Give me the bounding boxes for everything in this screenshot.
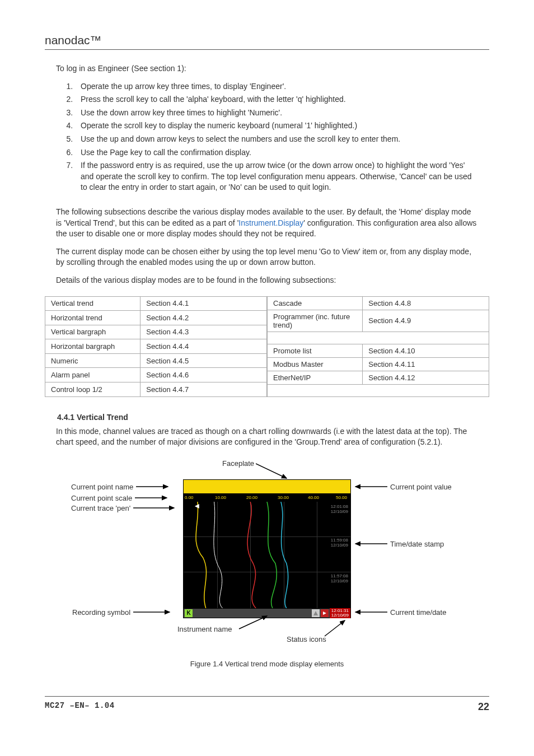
- label-faceplate: Faceplate: [222, 459, 254, 468]
- step-5: Use the up and down arrow keys to select…: [75, 134, 478, 145]
- modes-table-right: CascadeSection 4.4.8 Programmer (inc. fu…: [267, 296, 489, 397]
- section-heading-4-4-1: 4.4.1 Vertical Trend: [57, 413, 489, 422]
- table-row: Control loop 1/2Section 4.4.7: [45, 382, 267, 396]
- table-row: Vertical trendSection 4.4.1: [45, 296, 267, 311]
- timestamp-1: 11:59:08 12/10/09: [331, 538, 348, 548]
- footer-doc-id: MC27 –EN– 1.04: [45, 701, 115, 713]
- para-display-modes-3: Details of the various display modes are…: [56, 275, 478, 286]
- table-row: Promote listSection 4.4.10: [268, 344, 489, 357]
- callout-recording-symbol: Recording symbol: [72, 608, 183, 617]
- svg-line-9: [325, 620, 345, 636]
- table-row: Programmer (inc. future trend)Section 4.…: [268, 310, 489, 332]
- callout-current-trace-pen: Current trace 'pen': [71, 504, 189, 512]
- step-6: Use the Page key to call the confirmatio…: [75, 147, 478, 158]
- table-row: Alarm panelSection 4.4.6: [45, 368, 267, 382]
- para-display-modes-1: The following subsections describe the v…: [56, 207, 478, 240]
- callout-current-point-value: Current point value: [351, 483, 469, 491]
- login-steps: Operate the up arrow key three times, to…: [56, 81, 478, 193]
- arrow-faceplate: [256, 463, 295, 480]
- trend-display-box: Current point name Current point scale C…: [183, 479, 351, 618]
- table-row: Horizontal trendSection 4.4.2: [45, 311, 267, 325]
- para-display-modes-2: The current display mode can be chosen e…: [56, 246, 478, 268]
- callout-current-point-name: Current point name: [71, 483, 183, 491]
- callout-status-icons: Status icons: [287, 635, 326, 643]
- callout-instrument-name: Instrument name: [177, 625, 232, 633]
- timestamp-0: 12:01:08 12/10/09: [331, 504, 348, 514]
- status-time: 12:01:31 12/10/09: [330, 608, 350, 618]
- callout-time-date-stamp: Time/date stamp: [351, 540, 469, 548]
- status-icon-1: [312, 609, 320, 617]
- table-row: Vertical bargraphSection 4.4.3: [45, 325, 267, 339]
- step-4: Operate the scroll key to display the nu…: [75, 120, 478, 132]
- page-footer: MC27 –EN– 1.04 22: [45, 696, 489, 713]
- table-row: Modbus MasterSection 4.4.11: [268, 357, 489, 371]
- timestamp-2: 11:57:08 12/10/09: [331, 573, 348, 584]
- svg-line-0: [256, 464, 287, 478]
- figure-vertical-trend: Faceplate Current point name Current poi…: [88, 459, 446, 668]
- table-row: [268, 332, 489, 344]
- table-row: NumericSection 4.4.5: [45, 353, 267, 368]
- display-modes-table: Vertical trendSection 4.4.1 Horizontal t…: [45, 296, 489, 397]
- step-1: Operate the up arrow key three times, to…: [75, 81, 478, 92]
- faceplate-bar: [183, 479, 351, 494]
- modes-table-left: Vertical trendSection 4.4.1 Horizontal t…: [45, 296, 267, 397]
- table-row: CascadeSection 4.4.8: [268, 296, 489, 310]
- step-2: Press the scroll key to call the 'alpha'…: [75, 94, 478, 105]
- footer-page-number: 22: [478, 701, 489, 713]
- status-icon-2: [321, 609, 329, 617]
- callout-current-time-date: Current time/date: [351, 608, 469, 617]
- instrument-display-link[interactable]: Instrument.Display: [238, 218, 303, 227]
- callout-current-point-scale: Current point scale: [71, 494, 183, 502]
- table-row: Horizontal bargraphSection 4.4.4: [45, 339, 267, 354]
- table-row: [268, 384, 489, 396]
- recording-symbol-icon: K: [185, 609, 193, 617]
- svg-line-8: [239, 616, 267, 629]
- scale-bar: 0.00 10.00 20.00 30.00 40.00 50.00: [183, 494, 351, 502]
- document-title: nanodac™: [45, 34, 489, 50]
- trend-area: 12:01:08 12/10/09 11:59:08 12/10/09 11:5…: [183, 502, 351, 608]
- trend-traces: [184, 502, 350, 608]
- intro-text: To log in as Engineer (See section 1):: [56, 63, 478, 74]
- table-row: EtherNet/IPSection 4.4.12: [268, 371, 489, 384]
- figure-caption: Figure 1.4 Vertical trend mode display e…: [88, 660, 446, 668]
- step-7: If the password entry is as required, us…: [75, 160, 478, 193]
- section-body-4-4-1: In this mode, channel values are traced …: [56, 426, 478, 448]
- step-3: Use the down arrow key three times to hi…: [75, 108, 478, 119]
